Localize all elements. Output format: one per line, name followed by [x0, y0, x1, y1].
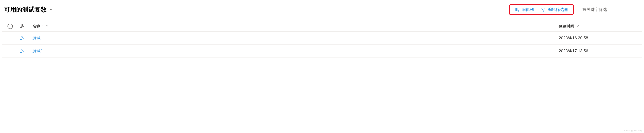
row-created-date: 2023/4/17 13:56	[559, 49, 588, 53]
svg-rect-7	[22, 24, 23, 25]
svg-marker-6	[542, 8, 545, 11]
svg-rect-22	[20, 52, 22, 53]
columns-icon	[515, 7, 520, 12]
svg-rect-16	[23, 39, 24, 40]
hierarchy-icon	[16, 36, 28, 40]
edit-filters-label: 编辑筛选器	[548, 7, 568, 12]
highlighted-actions: 编辑列 编辑筛选器	[509, 4, 574, 15]
header-bar: 可用的测试复数 编辑列 编辑筛选器	[2, 4, 642, 15]
svg-rect-21	[22, 49, 23, 50]
chevron-down-icon[interactable]	[576, 24, 580, 28]
created-column-header[interactable]: 创建时间	[559, 24, 640, 29]
chevron-down-icon[interactable]	[49, 7, 53, 12]
filter-icon	[541, 7, 546, 12]
table-header-row: 名称 ↑ 创建时间	[2, 21, 642, 32]
svg-rect-9	[23, 27, 24, 28]
name-column-label: 名称	[32, 24, 40, 29]
select-all-cell[interactable]	[4, 24, 16, 29]
table-row[interactable]: 测试1 2023/4/17 13:56	[2, 44, 642, 57]
edit-filters-button[interactable]: 编辑筛选器	[541, 7, 568, 12]
title-group[interactable]: 可用的测试复数	[4, 5, 53, 14]
search-input[interactable]	[579, 5, 640, 14]
created-column-label: 创建时间	[559, 24, 574, 29]
select-all-checkbox[interactable]	[8, 24, 13, 29]
chevron-down-icon[interactable]	[45, 24, 49, 28]
svg-rect-23	[23, 52, 24, 53]
svg-rect-14	[22, 36, 23, 37]
edit-columns-label: 编辑列	[522, 7, 534, 12]
row-name-link[interactable]: 测试	[32, 35, 40, 41]
sort-ascending-icon: ↑	[42, 24, 44, 28]
svg-rect-8	[20, 27, 22, 28]
row-created-date: 2023/4/16 20:58	[559, 36, 588, 40]
table-row[interactable]: 测试 2023/4/16 20:58	[2, 32, 642, 44]
page-title: 可用的测试复数	[4, 5, 47, 14]
data-table: 名称 ↑ 创建时间 测试 2023/4/16 20:58	[2, 21, 642, 57]
edit-columns-button[interactable]: 编辑列	[515, 7, 534, 12]
actions-group: 编辑列 编辑筛选器	[509, 4, 640, 15]
name-column-header[interactable]: 名称 ↑	[28, 24, 559, 29]
row-name-link[interactable]: 测试1	[32, 48, 43, 54]
hierarchy-icon	[16, 49, 28, 53]
type-column-header[interactable]	[16, 24, 28, 29]
svg-rect-15	[20, 39, 22, 40]
